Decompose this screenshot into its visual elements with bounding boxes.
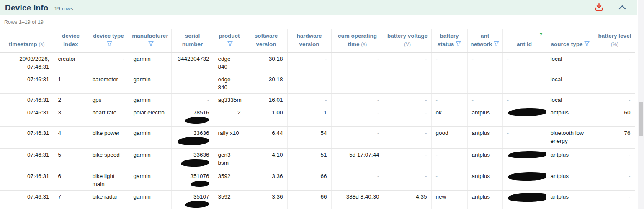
- cell-value: bike power: [93, 130, 120, 136]
- cell-ant-id: [502, 106, 546, 127]
- cell-battery-voltage: 4,35: [384, 190, 431, 209]
- column-header-battery-level[interactable]: battery level (%): [595, 29, 635, 53]
- cell-value: -: [377, 109, 379, 116]
- redaction-mark: [507, 151, 546, 159]
- redaction-mark: [180, 159, 209, 167]
- cell-source-type: antplus: [546, 190, 595, 209]
- cell-value: -: [425, 97, 427, 103]
- collapse-button[interactable]: [617, 3, 627, 12]
- cell-value: -: [377, 97, 379, 103]
- download-button[interactable]: [593, 2, 605, 14]
- cell-device-type: -: [88, 53, 129, 73]
- cell-hardware-version: 1: [287, 106, 331, 127]
- cell-value: -: [425, 130, 427, 136]
- column-header-device-index[interactable]: device index: [54, 29, 88, 53]
- cell-value: antplus: [551, 152, 569, 158]
- column-header-ant-id[interactable]: ant id?: [502, 29, 546, 53]
- column-header-cum-operating-time[interactable]: cum operating time (s): [331, 29, 384, 53]
- column-header-ant-network[interactable]: ant network: [467, 29, 502, 53]
- table-row: 07:46:314bike powergarmin33636rally x106…: [0, 127, 635, 149]
- cell-hardware-version: 54: [287, 127, 331, 149]
- column-label: hardware version: [296, 33, 322, 47]
- cell-value: 1.00: [272, 109, 283, 116]
- cell-manufacturer: garmin: [129, 170, 171, 190]
- cell-value: -: [507, 56, 509, 62]
- cell-ant-network: -: [467, 94, 502, 106]
- cell-ant-network: -: [467, 73, 502, 94]
- column-header-battery-voltage[interactable]: battery voltage (V): [384, 29, 431, 53]
- cell-value: -: [377, 173, 379, 179]
- cell-value: local: [551, 56, 562, 62]
- cell-value: bike radar: [93, 194, 118, 200]
- cell-product: 2: [214, 106, 245, 127]
- column-header-product[interactable]: product: [214, 29, 245, 53]
- cell-value: -: [123, 56, 125, 62]
- cell-value: 07:46:31: [27, 130, 49, 136]
- cell-value: -: [629, 152, 631, 158]
- redaction-mark: [185, 201, 209, 208]
- cell-value: 20/03/2026, 07:46:31: [19, 56, 49, 70]
- cell-ant-id: [502, 170, 546, 190]
- cell-source-type: antplus: [546, 106, 595, 127]
- cell-value: 51: [320, 152, 327, 158]
- filter-icon[interactable]: [227, 41, 233, 46]
- cell-value: bluetooth low energy: [551, 130, 584, 144]
- column-label: software version: [255, 33, 278, 47]
- device-info-panel: Device Info 19 rows: [0, 0, 644, 209]
- column-header-manufacturer[interactable]: manufacturer: [129, 29, 171, 53]
- cell-battery-voltage: -: [384, 94, 431, 106]
- cell-value: 2: [58, 97, 62, 103]
- filter-icon[interactable]: [148, 41, 154, 46]
- column-label: cum operating time: [338, 33, 377, 47]
- column-header-timestamp[interactable]: timestamp (s): [0, 29, 54, 53]
- scrollbar-thumb[interactable]: [639, 102, 643, 136]
- cell-source-type: bluetooth low energy: [546, 127, 595, 149]
- column-label: device index: [62, 33, 80, 47]
- column-header-source-type[interactable]: source type: [546, 29, 595, 53]
- meta-bar: Rows 1–19 of 19: [0, 15, 644, 29]
- cell-value: 66: [320, 194, 327, 200]
- cell-ant-network: -: [467, 53, 502, 73]
- filter-icon[interactable]: [494, 41, 499, 46]
- cell-cum-operating-time: 5d 17:07:44: [331, 149, 384, 170]
- cell-ant-network: antplus: [467, 149, 502, 170]
- cell-value: 6: [58, 173, 62, 179]
- cell-battery-status: -: [431, 149, 467, 170]
- cell-manufacturer: garmin: [129, 149, 171, 170]
- filter-icon[interactable]: [456, 41, 461, 46]
- cell-value: 4,35: [416, 194, 427, 200]
- cell-serial-number: 35107: [171, 190, 214, 209]
- cell-value: bike light main: [93, 173, 115, 187]
- scrollbar-track[interactable]: [638, 0, 644, 209]
- cell-product: edge 840: [214, 53, 245, 73]
- column-header-battery-status[interactable]: battery status: [431, 29, 467, 53]
- filter-icon[interactable]: [584, 41, 590, 46]
- column-header-hardware-version[interactable]: hardware version: [287, 29, 331, 53]
- cell-product: 3592: [214, 170, 245, 190]
- column-header-serial-number[interactable]: serial number: [171, 29, 214, 53]
- column-header-software-version[interactable]: software version: [245, 29, 287, 53]
- table-row: 07:46:312gpsgarmin-ag3335m16.01------loc…: [0, 94, 635, 106]
- filter-icon[interactable]: [107, 41, 112, 46]
- cell-hardware-version: -: [287, 94, 331, 106]
- page-title: Device Info: [5, 3, 49, 13]
- cell-timestamp: 07:46:31: [0, 127, 54, 149]
- cell-timestamp: 07:46:31: [0, 190, 54, 209]
- column-header-device-type[interactable]: device type: [88, 29, 129, 53]
- cell-value: -: [377, 56, 379, 62]
- cell-value: antplus: [472, 130, 490, 136]
- cell-source-type: local: [546, 53, 595, 73]
- column-label: manufacturer: [132, 33, 168, 39]
- cell-ant-id: -: [502, 94, 546, 106]
- cell-software-version: 16.01: [245, 94, 287, 106]
- column-label: ant network: [471, 33, 492, 47]
- cell-value: 4.10: [272, 152, 283, 158]
- cell-battery-level: -: [595, 190, 635, 209]
- help-icon[interactable]: ?: [539, 30, 542, 39]
- cell-manufacturer: garmin: [129, 73, 171, 94]
- cell-software-version: 3.36: [245, 170, 287, 190]
- cell-timestamp: 07:46:31: [0, 170, 54, 190]
- cell-ant-network: antplus: [467, 106, 502, 127]
- cell-ant-id: -: [502, 53, 546, 73]
- cell-value: -: [507, 130, 509, 136]
